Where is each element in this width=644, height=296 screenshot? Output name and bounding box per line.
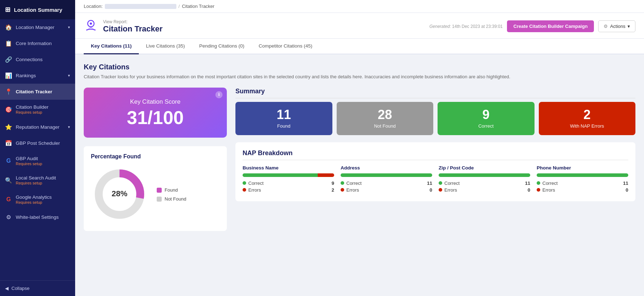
create-citation-builder-button[interactable]: Create Citation Builder Campaign	[507, 20, 594, 32]
donut-wrap: 28% Found Not Found	[91, 166, 220, 224]
score-info-icon[interactable]: ℹ	[215, 91, 223, 98]
nap-col-zip-post-code: Zip / Post Code Correct 11	[439, 165, 530, 194]
found-dot	[157, 188, 162, 193]
right-column: Summary 11 Found 28 Not Found 9 Correct	[235, 88, 635, 231]
sidebar-label-connections: Connections	[16, 57, 43, 62]
nap-dot-errors-address	[341, 188, 344, 192]
sidebar-item-location-manager[interactable]: 🏠 Location Manager ▾	[0, 19, 75, 35]
collapse-label: Collapse	[11, 286, 30, 291]
citation-builder-sub: Requires setup	[16, 110, 49, 114]
collapse-button[interactable]: ◀ Collapse	[0, 280, 75, 296]
nap-correct-num-address: 11	[427, 181, 432, 186]
nap-stat-correct-business-name: Correct 9	[243, 181, 334, 186]
collapse-chevron-icon: ◀	[5, 286, 9, 291]
header-right: Generated: 14th Dec 2023 at 23:39:01 Cre…	[429, 20, 635, 32]
nap-dot-correct-zip	[439, 181, 442, 185]
nap-col-title-zip: Zip / Post Code	[439, 165, 530, 171]
nap-errors-label-address: Errors	[346, 187, 428, 193]
google-g-icon: G	[5, 158, 12, 164]
nap-bar-green-phone	[537, 173, 628, 177]
sidebar-label-google-analytics: Google Analytics	[16, 194, 52, 200]
summary-card-notfound: 28 Not Found	[337, 102, 434, 135]
nap-correct-label-business-name: Correct	[248, 181, 330, 186]
clipboard-icon: 📋	[5, 40, 12, 47]
tab-key-citations[interactable]: Key Citations (11)	[84, 39, 139, 54]
percentage-found-title: Percentage Found	[91, 153, 220, 160]
nap-breakdown-title: NAP Breakdown	[243, 149, 628, 160]
nap-breakdown-section: NAP Breakdown Business Name Correct	[235, 142, 635, 201]
left-column: ℹ Key Citation Score 31/100 Percentage F…	[84, 88, 227, 231]
sidebar-item-gbp-post-scheduler[interactable]: 📅 GBP Post Scheduler	[0, 135, 75, 151]
gear-icon: ⚙	[5, 214, 12, 221]
sidebar-label-core-information: Core Information	[16, 41, 52, 46]
nap-correct-label-zip: Correct	[444, 181, 523, 186]
nap-stat-errors-phone: Errors 0	[537, 187, 628, 193]
chevron-icon-rankings: ▾	[68, 73, 70, 78]
nap-stat-errors-address: Errors 0	[341, 187, 432, 193]
chart-icon: 📊	[5, 72, 12, 79]
nap-grid: Business Name Correct 9	[243, 165, 628, 194]
sidebar-item-reputation-manager[interactable]: ⭐ Reputation Manager ▾	[0, 119, 75, 135]
donut-svg: 28%	[91, 166, 148, 223]
breadcrumb-page: Citation Tracker	[182, 4, 214, 9]
sidebar-item-gbp-audit[interactable]: G GBP Audit Requires setup	[0, 151, 75, 171]
sidebar-label-citation-builder: Citation Builder	[16, 104, 49, 110]
nap-bar-phone	[537, 173, 628, 177]
svg-point-1	[90, 23, 92, 25]
gbp-audit-sub: Requires setup	[16, 162, 42, 166]
sidebar-item-local-search-audit[interactable]: 🔍 Local Search Audit Requires setup	[0, 171, 75, 190]
nap-errors-num-zip: 0	[528, 187, 530, 193]
score-card-label: Key Citation Score	[130, 98, 181, 105]
nap-col-address: Address Correct 11 Errors	[341, 165, 432, 194]
summary-card-found: 11 Found	[235, 102, 332, 135]
sidebar-item-rankings[interactable]: 📊 Rankings ▾	[0, 68, 75, 84]
sidebar-label-reputation-manager: Reputation Manager	[16, 124, 59, 130]
sidebar-label-gbp-post-scheduler: GBP Post Scheduler	[16, 140, 60, 146]
actions-button[interactable]: ⚙ Actions ▾	[598, 20, 635, 32]
nap-correct-num-business-name: 9	[332, 181, 334, 186]
nap-bar-green-address	[341, 173, 432, 177]
nap-dot-correct-address	[341, 181, 344, 185]
actions-label: Actions	[610, 24, 625, 29]
found-label: Found	[239, 123, 329, 129]
nap-errors-label-phone: Errors	[542, 187, 624, 193]
nap-bar-business-name	[243, 173, 334, 177]
notfound-label: Not Found	[340, 123, 430, 129]
tab-competitor-citations[interactable]: Competitor Citations (45)	[252, 39, 319, 54]
view-report-label: View Report:	[103, 19, 162, 24]
tab-pending-citations[interactable]: Pending Citations (0)	[192, 39, 252, 54]
target-icon: 🎯	[5, 106, 12, 113]
nap-correct-label-address: Correct	[346, 181, 425, 186]
breadcrumb: Location: / Citation Tracker	[75, 0, 644, 13]
sidebar: ⊞ Location Summary 🏠 Location Manager ▾ …	[0, 0, 75, 296]
nap-errors-label: With NAP Errors	[542, 123, 632, 129]
notfound-number: 28	[340, 108, 430, 121]
sidebar-item-white-label-settings[interactable]: ⚙ White-label Settings	[0, 209, 75, 225]
sidebar-header[interactable]: ⊞ Location Summary	[0, 0, 75, 19]
sidebar-label-location-manager: Location Manager	[16, 25, 54, 30]
content-area: Key Citations Citation Tracker looks for…	[75, 54, 644, 296]
sidebar-label-white-label-settings: White-label Settings	[16, 214, 59, 220]
sidebar-item-citation-tracker[interactable]: 📍 Citation Tracker	[0, 84, 75, 100]
nap-errors-num-address: 0	[430, 187, 432, 193]
tab-live-citations[interactable]: Live Citations (35)	[139, 39, 192, 54]
page-header: View Report: Citation Tracker Generated:…	[75, 13, 644, 39]
sidebar-item-google-analytics[interactable]: G Google Analytics Requires setup	[0, 190, 75, 209]
nap-stat-errors-business-name: Errors 2	[243, 187, 334, 193]
donut-label: 28%	[112, 189, 127, 198]
sidebar-item-core-information[interactable]: 📋 Core Information	[0, 35, 75, 51]
sidebar-label-local-search-audit: Local Search Audit	[16, 175, 56, 181]
generated-date: 14th Dec 2023 at 23:39:01	[452, 24, 503, 29]
notfound-dot	[157, 197, 162, 202]
sidebar-item-connections[interactable]: 🔗 Connections	[0, 51, 75, 68]
sidebar-label-rankings: Rankings	[16, 73, 36, 78]
donut-chart: 28%	[91, 166, 148, 224]
nap-bar-green-zip	[439, 173, 530, 177]
summary-section: Summary 11 Found 28 Not Found 9 Correct	[235, 88, 635, 135]
nap-col-phone-number: Phone Number Correct 11 Er	[537, 165, 628, 194]
sidebar-item-citation-builder[interactable]: 🎯 Citation Builder Requires setup	[0, 100, 75, 119]
nap-correct-label-phone: Correct	[542, 181, 621, 186]
actions-chevron-icon: ▾	[628, 24, 630, 29]
legend-notfound-label: Not Found	[165, 196, 186, 202]
header-title-block: View Report: Citation Tracker	[103, 19, 162, 34]
